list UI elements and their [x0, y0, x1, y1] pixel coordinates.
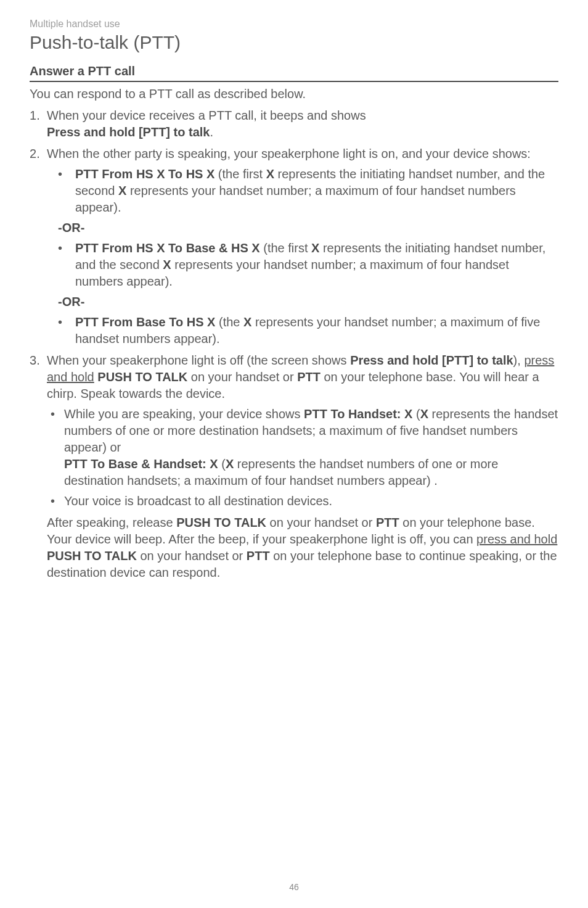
step-2-bullets: PTT From HS X To HS X (the first X repre…: [47, 166, 558, 216]
s3a-under1: press and hold: [476, 532, 557, 546]
s3b1-x1: X: [420, 407, 428, 421]
s3b1-t1: While you are speaking, your device show…: [64, 407, 304, 421]
s2b2-x2: X: [163, 258, 171, 271]
s3a-t5: on your handset or: [137, 549, 247, 563]
step-2-bullet-3: PTT From Base To HS X (the X represents …: [47, 314, 558, 347]
s2b1-bold: PTT From HS X To HS X: [75, 167, 214, 181]
s3a-t1: After speaking, release: [47, 516, 176, 529]
s3a-bold4: PTT: [247, 549, 270, 563]
step-2-bullet-2: PTT From HS X To Base & HS X (the first …: [47, 240, 558, 290]
step-3-bullet-2: Your voice is broadcast to all destinati…: [47, 493, 558, 510]
s3-bold2: PUSH TO TALK: [97, 370, 187, 384]
page-title: Push-to-talk (PTT): [30, 32, 558, 53]
s3b1-bold2: PTT To Base & Handset: X: [64, 457, 218, 471]
step-3: When your speakerphone light is off (the…: [30, 352, 558, 581]
s3-t1: When your speakerphone light is off (the…: [47, 353, 350, 367]
s3b1-x2: X: [226, 457, 234, 471]
step-2-bullets-3: PTT From Base To HS X (the X represents …: [47, 314, 558, 347]
step-3-bullets: While you are speaking, your device show…: [47, 406, 558, 510]
s3b1-bold1: PTT To Handset: X: [304, 407, 412, 421]
or-1: -OR-: [58, 220, 558, 236]
intro-text: You can respond to a PTT call as describ…: [30, 86, 558, 102]
s2b1-t3: represents your handset number; a maximu…: [75, 184, 516, 214]
step-2-lead: When the other party is speaking, your s…: [47, 147, 531, 160]
step-2: When the other party is speaking, your s…: [30, 146, 558, 347]
s2b3-t1: (the: [215, 315, 243, 329]
s3a-bold2: PTT: [376, 516, 399, 529]
step-1-lead: When your device receives a PTT call, it…: [47, 109, 366, 122]
s3a-t2: on your handset or: [266, 516, 376, 529]
s2b3-bold: PTT From Base To HS X: [75, 315, 215, 329]
step-2-bullet-1: PTT From HS X To HS X (the first X repre…: [47, 166, 558, 216]
s3a-bold1: PUSH TO TALK: [176, 516, 266, 529]
s2b1-x1: X: [266, 167, 274, 181]
steps-list: When your device receives a PTT call, it…: [30, 107, 558, 581]
s3a-bold3: PUSH TO TALK: [47, 549, 137, 563]
s2b2-bold: PTT From HS X To Base & HS X: [75, 241, 260, 255]
s2b3-x1: X: [243, 315, 251, 329]
s2b2-x1: X: [311, 241, 319, 255]
step-1-bold: Press and hold [PTT] to talk: [47, 125, 210, 139]
breadcrumb: Multiple handset use: [30, 19, 558, 30]
s3b1-t2: (: [412, 407, 420, 421]
section-heading: Answer a PTT call: [30, 64, 558, 82]
s3-bold1: Press and hold [PTT] to talk: [350, 353, 513, 367]
s3b1-t4: (: [218, 457, 226, 471]
step-3-after: After speaking, release PUSH TO TALK on …: [47, 514, 558, 581]
s2b1-x2: X: [118, 184, 126, 197]
s2b1-t1: (the first: [214, 167, 266, 181]
step-3-bullet-1: While you are speaking, your device show…: [47, 406, 558, 489]
step-1: When your device receives a PTT call, it…: [30, 107, 558, 141]
s3-t2: ),: [513, 353, 525, 367]
s3-t4: on your handset or: [187, 370, 297, 384]
s2b2-t1: (the first: [260, 241, 311, 255]
s3-bold3: PTT: [297, 370, 321, 384]
step-1-trail: .: [210, 125, 213, 139]
page-number: 46: [0, 882, 588, 892]
or-2: -OR-: [58, 294, 558, 310]
step-2-bullets-2: PTT From HS X To Base & HS X (the first …: [47, 240, 558, 290]
